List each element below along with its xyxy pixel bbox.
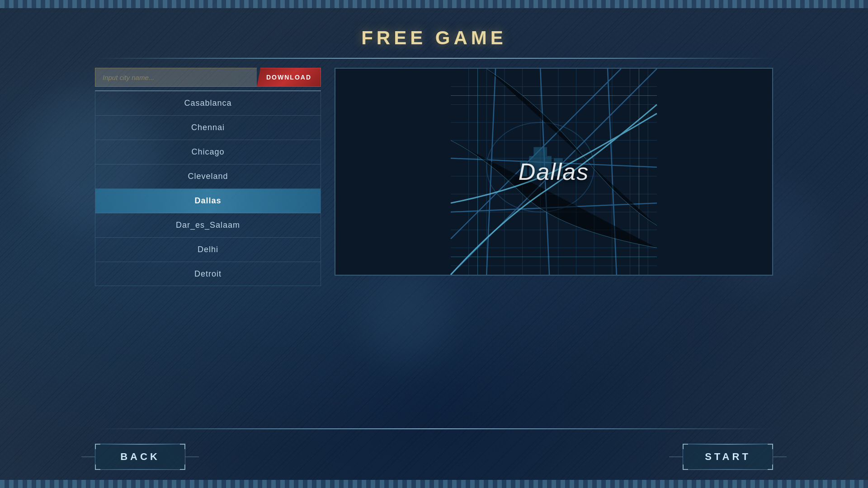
city-list-item[interactable]: Detroit <box>95 262 321 286</box>
back-side-line-right <box>185 457 199 457</box>
back-button[interactable]: BACK <box>95 444 185 470</box>
city-list-scroll[interactable]: CasablancaChennaiChicagoClevelandDallasD… <box>95 91 321 286</box>
download-button[interactable]: DOWNLOAD <box>257 68 321 87</box>
svg-rect-42 <box>533 147 547 156</box>
back-button-label: BACK <box>120 451 160 463</box>
top-border-stripe <box>0 0 868 8</box>
map-panel: Dallas <box>335 68 773 276</box>
title-divider <box>95 58 773 59</box>
bottom-border-stripe <box>0 480 868 488</box>
main-container: FREE GAME DOWNLOAD CasablancaChennaiChic… <box>95 18 773 470</box>
city-list-container: CasablancaChennaiChicagoClevelandDallasD… <box>95 90 321 286</box>
city-list-item[interactable]: Dallas <box>95 189 321 213</box>
city-list-item[interactable]: Chennai <box>95 116 321 140</box>
page-title: FREE GAME <box>361 27 507 49</box>
city-list-item[interactable]: Delhi <box>95 238 321 262</box>
svg-rect-39 <box>529 156 552 178</box>
city-list-item[interactable]: Dar_es_Salaam <box>95 213 321 238</box>
search-area: DOWNLOAD <box>95 68 321 87</box>
search-input[interactable] <box>95 68 257 87</box>
start-side-line-left <box>669 457 683 457</box>
content-area: DOWNLOAD CasablancaChennaiChicagoClevela… <box>95 68 773 428</box>
svg-rect-40 <box>520 160 527 176</box>
bottom-frame-line <box>95 428 773 429</box>
map-svg <box>335 69 772 275</box>
left-panel: DOWNLOAD CasablancaChennaiChicagoClevela… <box>95 68 321 286</box>
start-button-label: START <box>705 451 751 463</box>
bottom-nav: BACK START <box>95 444 773 470</box>
back-side-line-left <box>81 457 95 457</box>
city-list-item[interactable]: Chicago <box>95 140 321 164</box>
city-list-item[interactable]: Cleveland <box>95 164 321 189</box>
start-side-line-right <box>773 457 787 457</box>
city-list-item[interactable]: Casablanca <box>95 91 321 116</box>
start-button[interactable]: START <box>683 444 773 470</box>
